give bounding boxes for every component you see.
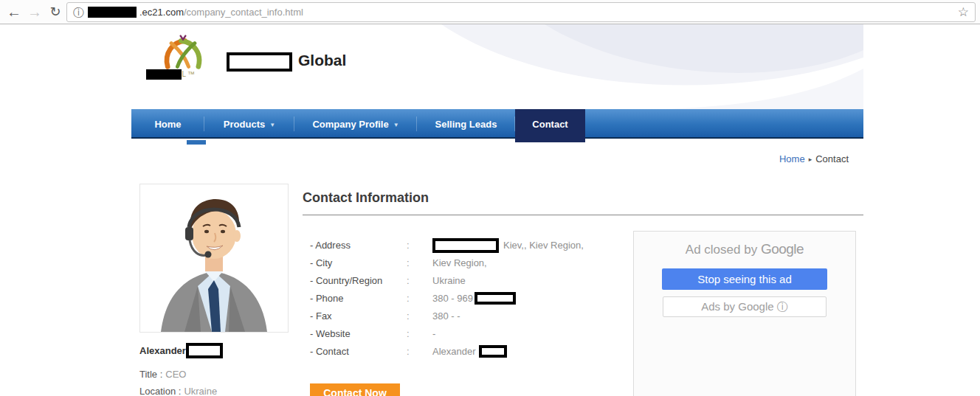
section-divider [303,215,863,215]
contact-info-table: - Address:Kiev,, Kiev Region, - City:Kie… [310,237,642,361]
site-header: GLOBAL™ Global [131,24,863,109]
field-value: - [432,328,435,339]
main-nav: Home Products▼ Company Profile▼ Selling … [131,109,863,139]
colon: : [407,327,432,341]
breadcrumb: Home▸Contact [779,153,849,164]
redaction-box [186,343,223,358]
google-wordmark: Google [761,241,804,257]
field-label: - City [310,256,407,270]
stop-seeing-ad-button[interactable]: Stop seeing this ad [662,268,827,290]
google-ad-panel: Ad closed by Google Stop seeing this ad … [633,231,856,396]
ad-closed-text: Ad closed by Google [634,241,855,257]
colon: : [407,291,432,305]
redaction-box [475,292,516,305]
breadcrumb-current: Contact [815,153,849,164]
redaction-box [479,345,507,358]
chevron-down-icon: ▼ [269,122,275,128]
colon: : [407,256,432,270]
ad-closed-prefix: Ad closed by [686,243,761,257]
page-title: Contact Information [303,190,429,206]
fax-row: - Fax:380 - - [310,308,642,326]
nav-item-selling-leads[interactable]: Selling Leads [417,109,515,139]
colon: : [407,309,432,323]
company-logo-icon[interactable] [153,35,213,72]
field-label: - Country/Region [310,274,407,288]
field-value: Kiev,, Kiev Region, [503,240,584,251]
breadcrumb-home-link[interactable]: Home [779,153,805,164]
breadcrumb-separator-icon: ▸ [809,156,812,163]
nav-item-products[interactable]: Products▼ [204,109,294,139]
url-text: .ec21.com/company_contact_info.html [139,3,303,21]
website-row: - Website:- [310,326,642,344]
field-label: - Address [310,238,407,252]
nav-item-contact[interactable]: Contact [515,109,585,142]
field-value: Ukraine [432,275,466,286]
contact-photo [139,184,289,333]
address-row: - Address:Kiev,, Kiev Region, [310,237,642,255]
colon: : [407,344,432,358]
phone-row: - Phone:380 - 969 [310,291,642,308]
field-label: - Website [310,327,407,341]
location-value: Ukraine [184,386,217,396]
contact-row: - Contact:Alexander [310,344,642,361]
address-bar[interactable]: ⓘ .ec21.com/company_contact_info.html ☆ [66,2,976,22]
ads-by-google-button[interactable]: Ads by Google ⓘ [663,296,827,317]
browser-toolbar: ← → ↻ ⓘ .ec21.com/company_contact_info.h… [0,0,980,24]
url-domain: .ec21.com [139,7,184,18]
field-label: - Fax [310,309,407,323]
field-value: Alexander [432,346,476,357]
chevron-down-icon: ▼ [393,122,399,128]
url-path: /company_contact_info.html [184,7,303,18]
nav-label: Selling Leads [435,119,497,130]
nav-label: Home [154,119,181,130]
title-label: Title : [139,369,162,380]
nav-item-company-profile[interactable]: Company Profile▼ [294,109,417,139]
redaction-box [227,52,292,72]
field-label: - Phone [310,291,407,305]
contact-title-row: Title :CEO [139,369,186,380]
contact-now-button[interactable]: Contact Now [310,383,400,396]
field-label: - Contact [310,344,407,358]
reload-icon[interactable]: ↻ [46,2,65,21]
nav-label: Contact [532,119,567,130]
bookmark-star-icon[interactable]: ☆ [958,3,969,21]
redaction-box [146,69,182,80]
field-value: 380 - 969 [432,293,473,304]
nav-indicator-notch [187,140,206,145]
redaction-box [432,238,499,253]
page-info-icon[interactable]: ⓘ [73,3,84,21]
field-value: 380 - - [432,310,460,322]
back-icon[interactable]: ← [4,2,24,21]
location-label: Location : [139,386,181,396]
colon: : [407,274,432,288]
colon: : [407,238,432,252]
ads-by-google-label: Ads by Google [701,300,773,313]
company-name: Global [298,52,346,69]
browser-window: ← → ↻ ⓘ .ec21.com/company_contact_info.h… [0,0,980,396]
nav-label: Products [224,119,265,130]
nav-label: Company Profile [312,119,388,130]
country-row: - Country/Region:Ukraine [310,273,642,291]
contact-person-name: Alexander [139,345,186,356]
info-circle-icon: ⓘ [777,300,788,313]
title-value: CEO [165,369,186,380]
person-headset-image [140,184,288,332]
forward-icon[interactable]: → [25,2,44,21]
redaction-box [88,7,137,18]
field-value: Kiev Region, [432,257,487,268]
contact-location-row: Location :Ukraine [139,386,217,396]
nav-item-home[interactable]: Home [131,109,204,139]
city-row: - City:Kiev Region, [310,255,642,273]
